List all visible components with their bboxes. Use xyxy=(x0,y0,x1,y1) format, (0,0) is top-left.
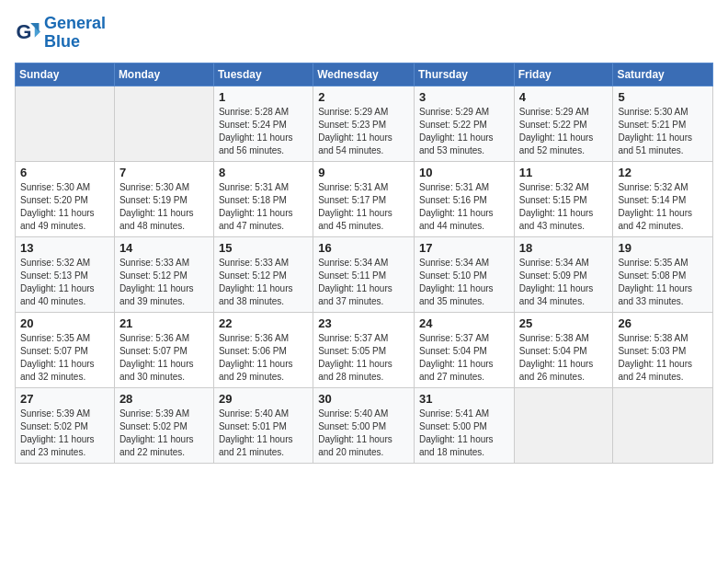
day-number: 12 xyxy=(618,166,708,179)
day-info: Sunrise: 5:31 AMSunset: 5:18 PMDaylight:… xyxy=(219,181,308,233)
calendar-cell xyxy=(514,387,613,463)
header-wednesday: Wednesday xyxy=(313,63,415,86)
calendar-table: SundayMondayTuesdayWednesdayThursdayFrid… xyxy=(15,63,713,464)
calendar-cell: 28Sunrise: 5:39 AMSunset: 5:02 PMDayligh… xyxy=(114,387,213,463)
day-info: Sunrise: 5:32 AMSunset: 5:14 PMDaylight:… xyxy=(618,181,708,233)
calendar-cell xyxy=(613,387,713,463)
header-sunday: Sunday xyxy=(16,63,115,86)
day-info: Sunrise: 5:33 AMSunset: 5:12 PMDaylight:… xyxy=(119,257,209,308)
day-info: Sunrise: 5:39 AMSunset: 5:02 PMDaylight:… xyxy=(20,408,109,459)
calendar-cell: 4Sunrise: 5:29 AMSunset: 5:22 PMDaylight… xyxy=(514,86,613,161)
calendar-cell: 25Sunrise: 5:38 AMSunset: 5:04 PMDayligh… xyxy=(514,312,613,387)
day-number: 30 xyxy=(318,392,409,406)
calendar-cell: 17Sunrise: 5:34 AMSunset: 5:10 PMDayligh… xyxy=(414,236,514,312)
day-info: Sunrise: 5:41 AMSunset: 5:00 PMDaylight:… xyxy=(419,408,509,459)
day-info: Sunrise: 5:39 AMSunset: 5:02 PMDaylight:… xyxy=(119,408,209,459)
day-number: 17 xyxy=(419,241,509,255)
day-number: 7 xyxy=(119,166,209,179)
calendar-cell: 9Sunrise: 5:31 AMSunset: 5:17 PMDaylight… xyxy=(313,161,415,236)
calendar-cell: 27Sunrise: 5:39 AMSunset: 5:02 PMDayligh… xyxy=(16,387,115,463)
day-info: Sunrise: 5:32 AMSunset: 5:15 PMDaylight:… xyxy=(519,181,609,233)
week-row-1: 6Sunrise: 5:30 AMSunset: 5:20 PMDaylight… xyxy=(16,161,713,236)
day-number: 29 xyxy=(219,392,308,406)
day-number: 31 xyxy=(419,392,509,406)
calendar-cell: 10Sunrise: 5:31 AMSunset: 5:16 PMDayligh… xyxy=(414,161,514,236)
calendar-cell: 23Sunrise: 5:37 AMSunset: 5:05 PMDayligh… xyxy=(313,312,415,387)
calendar-cell: 30Sunrise: 5:40 AMSunset: 5:00 PMDayligh… xyxy=(313,387,415,463)
calendar-cell: 16Sunrise: 5:34 AMSunset: 5:11 PMDayligh… xyxy=(313,236,415,312)
week-row-2: 13Sunrise: 5:32 AMSunset: 5:13 PMDayligh… xyxy=(16,236,713,312)
day-info: Sunrise: 5:34 AMSunset: 5:09 PMDaylight:… xyxy=(519,257,609,308)
day-number: 26 xyxy=(618,316,708,330)
day-number: 5 xyxy=(618,90,708,104)
day-info: Sunrise: 5:34 AMSunset: 5:10 PMDaylight:… xyxy=(419,257,509,308)
day-number: 20 xyxy=(20,316,109,330)
page-header: G General Blue xyxy=(15,15,713,52)
day-info: Sunrise: 5:29 AMSunset: 5:22 PMDaylight:… xyxy=(519,106,609,157)
day-number: 9 xyxy=(318,166,409,179)
day-info: Sunrise: 5:29 AMSunset: 5:22 PMDaylight:… xyxy=(419,106,509,157)
calendar-cell xyxy=(16,86,115,161)
calendar-cell xyxy=(114,86,213,161)
calendar-cell: 5Sunrise: 5:30 AMSunset: 5:21 PMDaylight… xyxy=(613,86,713,161)
week-row-0: 1Sunrise: 5:28 AMSunset: 5:24 PMDaylight… xyxy=(16,86,713,161)
calendar-cell: 21Sunrise: 5:36 AMSunset: 5:07 PMDayligh… xyxy=(114,312,213,387)
day-number: 18 xyxy=(519,241,609,255)
logo-text: General Blue xyxy=(44,15,106,52)
calendar-cell: 24Sunrise: 5:37 AMSunset: 5:04 PMDayligh… xyxy=(414,312,514,387)
day-info: Sunrise: 5:36 AMSunset: 5:07 PMDaylight:… xyxy=(119,332,209,384)
day-number: 11 xyxy=(519,166,609,179)
day-number: 27 xyxy=(20,392,109,406)
day-info: Sunrise: 5:33 AMSunset: 5:12 PMDaylight:… xyxy=(219,257,308,308)
calendar-cell: 15Sunrise: 5:33 AMSunset: 5:12 PMDayligh… xyxy=(213,236,313,312)
day-number: 22 xyxy=(219,316,308,330)
day-info: Sunrise: 5:30 AMSunset: 5:20 PMDaylight:… xyxy=(20,181,109,233)
header-tuesday: Tuesday xyxy=(213,63,313,86)
header-saturday: Saturday xyxy=(613,63,713,86)
week-row-4: 27Sunrise: 5:39 AMSunset: 5:02 PMDayligh… xyxy=(16,387,713,463)
logo-icon: G xyxy=(15,20,40,46)
day-info: Sunrise: 5:28 AMSunset: 5:24 PMDaylight:… xyxy=(219,106,308,157)
header-friday: Friday xyxy=(514,63,613,86)
calendar-cell: 20Sunrise: 5:35 AMSunset: 5:07 PMDayligh… xyxy=(16,312,115,387)
day-info: Sunrise: 5:30 AMSunset: 5:19 PMDaylight:… xyxy=(119,181,209,233)
day-number: 23 xyxy=(318,316,409,330)
calendar-cell: 22Sunrise: 5:36 AMSunset: 5:06 PMDayligh… xyxy=(213,312,313,387)
header-row: SundayMondayTuesdayWednesdayThursdayFrid… xyxy=(16,63,713,86)
day-number: 14 xyxy=(119,241,209,255)
day-info: Sunrise: 5:37 AMSunset: 5:04 PMDaylight:… xyxy=(419,332,509,384)
day-number: 2 xyxy=(318,90,409,104)
day-number: 6 xyxy=(20,166,109,179)
calendar-cell: 13Sunrise: 5:32 AMSunset: 5:13 PMDayligh… xyxy=(16,236,115,312)
day-info: Sunrise: 5:31 AMSunset: 5:17 PMDaylight:… xyxy=(318,181,409,233)
day-number: 25 xyxy=(519,316,609,330)
day-info: Sunrise: 5:34 AMSunset: 5:11 PMDaylight:… xyxy=(318,257,409,308)
day-info: Sunrise: 5:31 AMSunset: 5:16 PMDaylight:… xyxy=(419,181,509,233)
day-number: 15 xyxy=(219,241,308,255)
day-number: 24 xyxy=(419,316,509,330)
header-monday: Monday xyxy=(114,63,213,86)
day-info: Sunrise: 5:38 AMSunset: 5:03 PMDaylight:… xyxy=(618,332,708,384)
calendar-cell: 2Sunrise: 5:29 AMSunset: 5:23 PMDaylight… xyxy=(313,86,415,161)
day-number: 28 xyxy=(119,392,209,406)
svg-text:G: G xyxy=(17,20,32,43)
day-info: Sunrise: 5:40 AMSunset: 5:00 PMDaylight:… xyxy=(318,408,409,459)
day-info: Sunrise: 5:35 AMSunset: 5:07 PMDaylight:… xyxy=(20,332,109,384)
calendar-cell: 18Sunrise: 5:34 AMSunset: 5:09 PMDayligh… xyxy=(514,236,613,312)
day-info: Sunrise: 5:36 AMSunset: 5:06 PMDaylight:… xyxy=(219,332,308,384)
day-info: Sunrise: 5:35 AMSunset: 5:08 PMDaylight:… xyxy=(618,257,708,308)
calendar-cell: 29Sunrise: 5:40 AMSunset: 5:01 PMDayligh… xyxy=(213,387,313,463)
calendar-cell: 8Sunrise: 5:31 AMSunset: 5:18 PMDaylight… xyxy=(213,161,313,236)
logo: G General Blue xyxy=(15,15,106,52)
calendar-cell: 12Sunrise: 5:32 AMSunset: 5:14 PMDayligh… xyxy=(613,161,713,236)
day-info: Sunrise: 5:29 AMSunset: 5:23 PMDaylight:… xyxy=(318,106,409,157)
day-number: 4 xyxy=(519,90,609,104)
day-info: Sunrise: 5:38 AMSunset: 5:04 PMDaylight:… xyxy=(519,332,609,384)
day-number: 16 xyxy=(318,241,409,255)
calendar-cell: 7Sunrise: 5:30 AMSunset: 5:19 PMDaylight… xyxy=(114,161,213,236)
day-info: Sunrise: 5:30 AMSunset: 5:21 PMDaylight:… xyxy=(618,106,708,157)
day-number: 10 xyxy=(419,166,509,179)
calendar-cell: 11Sunrise: 5:32 AMSunset: 5:15 PMDayligh… xyxy=(514,161,613,236)
calendar-cell: 3Sunrise: 5:29 AMSunset: 5:22 PMDaylight… xyxy=(414,86,514,161)
day-number: 1 xyxy=(219,90,308,104)
